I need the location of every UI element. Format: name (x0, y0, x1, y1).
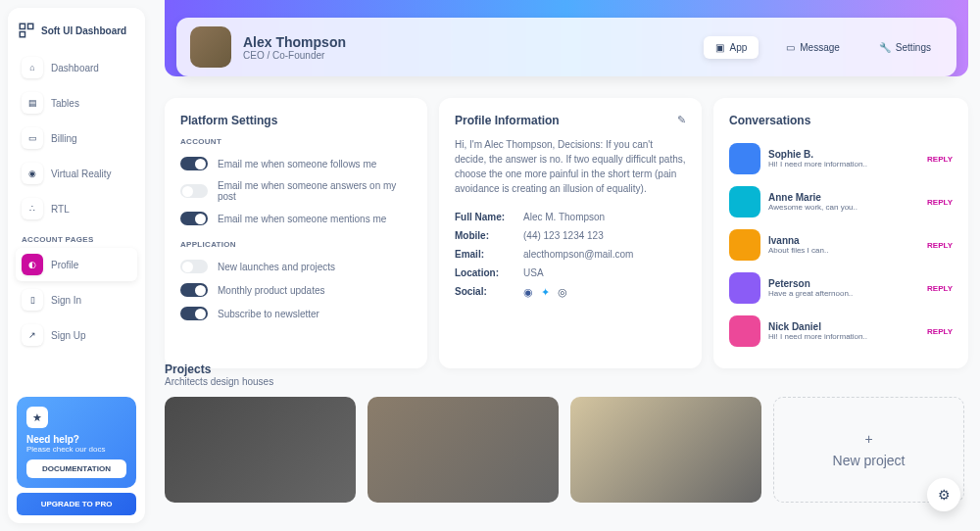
nav-label: Virtual Reality (51, 169, 112, 179)
convo-message: Hi! I need more information.. (768, 160, 867, 169)
help-title: Need help? (26, 434, 126, 445)
conversations-card: Conversations Sophie B.Hi! I need more i… (713, 98, 968, 368)
help-card: ★ Need help? Please check our docs DOCUM… (17, 397, 136, 488)
reply-button[interactable]: REPLY (927, 241, 953, 250)
setting-label: Monthly product updates (218, 285, 325, 296)
settings-float-button[interactable]: ⚙ (927, 478, 960, 511)
toggle-switch[interactable] (180, 260, 208, 273)
convo-message: Hi! I need more information.. (768, 332, 867, 341)
cube-icon: ▣ (715, 42, 724, 53)
section-account: ACCOUNT (180, 137, 412, 146)
conversation-item: IvannaAbout files I can..REPLY (729, 223, 953, 266)
card-title: Conversations (729, 114, 953, 127)
nav-rtl[interactable]: ∴RTL (16, 192, 137, 225)
convo-message: About files I can.. (768, 246, 828, 255)
brand-text: Soft UI Dashboard (41, 25, 126, 36)
projects-subtitle: Architects design houses (165, 376, 968, 387)
tab-settings[interactable]: 🔧Settings (867, 36, 943, 59)
profile-bio: Hi, I'm Alec Thompson, Decisions: If you… (455, 137, 686, 196)
reply-button[interactable]: REPLY (927, 284, 953, 293)
platform-settings-card: Platform Settings ACCOUNT Email me when … (165, 98, 427, 368)
twitter-icon[interactable]: ✦ (541, 286, 550, 299)
svg-rect-1 (28, 24, 33, 28)
reply-button[interactable]: REPLY (927, 198, 953, 207)
nav-label: Billing (51, 133, 77, 144)
svg-rect-2 (20, 32, 24, 37)
conversation-item: PetersonHave a great afternoon..REPLY (729, 266, 953, 310)
documentation-button[interactable]: DOCUMENTATION (26, 459, 126, 478)
toggle-switch[interactable] (180, 157, 208, 170)
reply-button[interactable]: REPLY (927, 327, 953, 336)
nav-icon: ⌂ (22, 57, 43, 78)
projects-title: Projects (165, 362, 968, 376)
upgrade-button[interactable]: UPGRADE TO PRO (17, 493, 136, 515)
profile-info-card: ✎ Profile Information Hi, I'm Alec Thomp… (439, 98, 702, 368)
brand-logo[interactable]: Soft UI Dashboard (16, 18, 137, 51)
nav-sign-in[interactable]: ▯Sign In (16, 283, 137, 316)
convo-name: Anne Marie (768, 192, 858, 203)
edit-icon[interactable]: ✎ (677, 114, 686, 126)
nav-tables[interactable]: ▤Tables (16, 86, 137, 120)
info-value: Alec M. Thompson (523, 212, 605, 222)
project-card[interactable] (165, 397, 356, 503)
avatar[interactable] (729, 186, 760, 217)
message-icon: ▭ (786, 42, 795, 53)
profile-role: CEO / Co-Founder (243, 50, 346, 61)
convo-message: Have a great afternoon.. (768, 289, 853, 298)
nav-icon: ◐ (22, 254, 43, 275)
facebook-icon[interactable]: ◉ (523, 286, 533, 299)
convo-name: Ivanna (768, 235, 828, 246)
nav-label: Profile (51, 260, 78, 270)
nav-icon: ▯ (22, 289, 43, 311)
setting-label: Email me when someone follows me (218, 159, 376, 169)
projects-section: Projects Architects design houses +New p… (165, 362, 968, 503)
nav-virtual-reality[interactable]: ◉Virtual Reality (16, 157, 137, 190)
info-value: alecthompson@mail.com (523, 249, 633, 260)
avatar[interactable] (729, 315, 760, 347)
conversation-item: Anne MarieAwesome work, can you..REPLY (729, 180, 953, 223)
setting-label: New launches and projects (218, 262, 335, 272)
nav-label: Sign Up (51, 330, 86, 341)
info-value: USA (523, 267, 544, 278)
card-title: Platform Settings (180, 114, 412, 127)
profile-avatar[interactable] (190, 26, 231, 68)
instagram-icon[interactable]: ◎ (558, 286, 567, 299)
nav-icon: ↗ (22, 324, 43, 346)
nav-section-label: ACCOUNT PAGES (16, 227, 137, 248)
conversation-item: Nick DanielHi! I need more information..… (729, 310, 953, 353)
profile-name: Alex Thompson (243, 34, 346, 50)
convo-name: Sophie B. (768, 149, 867, 160)
info-label: Social: (455, 286, 523, 299)
toggle-switch[interactable] (180, 307, 208, 320)
tab-app[interactable]: ▣App (704, 36, 759, 59)
info-label: Location: (455, 267, 523, 278)
star-icon: ★ (26, 407, 48, 428)
toggle-switch[interactable] (180, 184, 208, 198)
nav-profile[interactable]: ◐Profile (16, 248, 137, 281)
nav-icon: ∴ (22, 198, 43, 219)
project-card[interactable] (570, 397, 761, 503)
info-label: Email: (455, 249, 523, 260)
project-card[interactable] (368, 397, 559, 503)
setting-label: Email me when someone mentions me (218, 214, 386, 224)
nav-label: RTL (51, 204, 70, 215)
avatar[interactable] (729, 143, 760, 174)
nav-icon: ◉ (22, 163, 43, 184)
help-sub: Please check our docs (26, 445, 126, 454)
avatar[interactable] (729, 272, 760, 304)
tab-message[interactable]: ▭Message (774, 36, 852, 59)
reply-button[interactable]: REPLY (927, 155, 953, 164)
avatar[interactable] (729, 229, 760, 261)
nav-icon: ▭ (22, 127, 43, 149)
nav-dashboard[interactable]: ⌂Dashboard (16, 51, 137, 84)
nav-billing[interactable]: ▭Billing (16, 121, 137, 155)
info-value: (44) 123 1234 123 (523, 230, 604, 241)
nav-label: Sign In (51, 295, 81, 306)
nav-label: Tables (51, 98, 79, 109)
plus-icon: + (864, 431, 872, 447)
nav-sign-up[interactable]: ↗Sign Up (16, 318, 137, 352)
toggle-switch[interactable] (180, 283, 208, 297)
toggle-switch[interactable] (180, 212, 208, 225)
nav-label: Dashboard (51, 63, 99, 73)
convo-message: Awesome work, can you.. (768, 203, 858, 212)
